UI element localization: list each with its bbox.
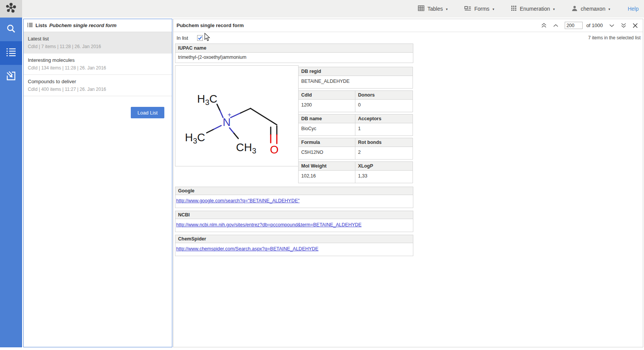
form-toolbar: In list 7 items in the selected list <box>173 32 643 44</box>
google-search-link[interactable]: http://www.google.com/search?q="BETAINE_… <box>176 198 300 203</box>
form-panel-header: Pubchem single record form of 1000 <box>173 19 643 32</box>
close-icon[interactable] <box>633 23 638 28</box>
forms-icon <box>464 6 471 12</box>
molecule-structure: H C H C C H 3 3 3 N + O <box>175 65 299 166</box>
field-label: Formula <box>299 138 355 147</box>
field-label: CdId <box>299 91 355 99</box>
sidebar-item-lists[interactable] <box>0 41 22 65</box>
tables-menu[interactable]: Tables ▾ <box>418 5 448 12</box>
caret-down-icon: ▾ <box>553 7 555 11</box>
field-iupac-name: IUPAC name trimethyl-(2-oxoethyl)ammoniu… <box>175 44 413 63</box>
tables-menu-label: Tables <box>427 6 443 12</box>
table-icon <box>418 5 424 12</box>
field-label: Mol Weight <box>299 162 355 170</box>
link-group-ncbi: NCBI http://www.ncbi.nlm.nih.gov/sites/e… <box>175 211 413 232</box>
list-item-name: Interesting molecules <box>28 57 169 63</box>
top-navigation: Tables ▾ Forms ▾ <box>418 5 644 13</box>
atom-subscript: 3 <box>252 147 256 155</box>
icon-sidebar <box>0 18 22 347</box>
link-group-google: Google http://www.google.com/search?q="B… <box>175 187 413 208</box>
list-icon <box>27 22 33 29</box>
field-value: C5H12NO <box>299 147 355 159</box>
sidebar-item-search[interactable] <box>0 18 22 41</box>
form-panel: Pubchem single record form of 1000 <box>173 19 643 347</box>
list-item[interactable]: Compounds to deliver CdId | 400 items | … <box>24 75 172 96</box>
user-menu[interactable]: chemaxon ▾ <box>572 5 610 13</box>
field-label: Donors <box>355 91 413 99</box>
user-icon <box>572 5 578 13</box>
lists-panel: Lists Pubchem single record form Latest … <box>23 19 172 347</box>
step-down-button[interactable] <box>609 24 615 27</box>
molecule-logo-icon <box>5 2 17 16</box>
list-item-meta: CdId | 400 items | 11:27 | 26. Jan 2016 <box>28 87 169 92</box>
link-group-label: Google <box>175 187 413 195</box>
atom-subscript: 3 <box>193 137 197 145</box>
ncbi-search-link[interactable]: http://www.ncbi.nlm.nih.gov/sites/entrez… <box>176 222 361 227</box>
caret-down-icon: ▾ <box>493 7 495 11</box>
atom-c: C <box>209 93 217 105</box>
user-menu-label: chemaxon <box>581 6 605 12</box>
search-icon <box>6 24 16 35</box>
chemspider-search-link[interactable]: http://www.chemspider.com/Search.aspx?q=… <box>176 246 318 252</box>
enumeration-menu-label: Enumeration <box>520 6 550 12</box>
field-formula-rotbonds: Formula Rot bonds C5H12NO 2 <box>298 138 413 160</box>
load-list-button[interactable]: Load List <box>131 107 164 118</box>
atom-oxygen: O <box>270 144 279 156</box>
field-label: Rot bonds <box>355 138 413 147</box>
field-value: 2 <box>355 147 413 159</box>
property-table: DB regid BETAINE_ALDEHYDE CdId Donors 12… <box>298 67 413 185</box>
atom-h: H <box>197 93 205 105</box>
caret-down-icon: ▾ <box>609 7 610 11</box>
atom-c: C <box>197 131 205 144</box>
top-bar: Tables ▾ Forms ▾ <box>0 0 644 18</box>
field-db-regid: DB regid BETAINE_ALDEHYDE <box>298 67 413 89</box>
caret-down-icon: ▾ <box>446 7 448 11</box>
list-item-name: Compounds to deliver <box>28 79 169 84</box>
form-panel-title: Pubchem single record form <box>177 23 244 28</box>
field-value: 1200 <box>299 100 355 112</box>
list-item[interactable]: Interesting molecules CdId | 134 items |… <box>24 53 172 75</box>
atom-h: H <box>185 131 193 144</box>
forms-menu-label: Forms <box>474 6 490 12</box>
field-value: 102,16 <box>299 171 355 183</box>
atom-c: C <box>236 141 244 153</box>
external-links: Google http://www.google.com/search?q="B… <box>175 187 413 256</box>
form-content: IUPAC name trimethyl-(2-oxoethyl)ammoniu… <box>175 44 413 256</box>
chemaxon-logo[interactable] <box>0 0 22 18</box>
structure-section: H C H C C H 3 3 3 N + O <box>175 65 413 185</box>
list-icon <box>6 48 16 58</box>
sidebar-item-export[interactable] <box>0 65 22 89</box>
export-icon <box>6 71 16 82</box>
field-value: BETAINE_ALDEHYDE <box>299 76 413 88</box>
lists-panel-header: Lists Pubchem single record form <box>24 19 172 32</box>
field-label: DB regid <box>299 67 413 76</box>
help-link[interactable]: Help <box>628 6 639 12</box>
field-value: 0 <box>355 100 413 112</box>
field-label: Acceptors <box>355 115 413 123</box>
field-value: 1,33 <box>355 171 413 183</box>
field-label: IUPAC name <box>175 44 413 53</box>
molecule-drawing: H C H C C H 3 3 3 N + O <box>175 66 299 166</box>
list-item-meta: CdId | 7 items | 11:28 | 26. Jan 2016 <box>28 44 169 49</box>
field-molweight-xlogp: Mol Weight XLogP 102,16 1,33 <box>298 161 413 183</box>
field-value: BioCyc <box>299 123 355 135</box>
record-number-input[interactable] <box>565 22 583 29</box>
in-list-checkbox[interactable] <box>197 35 203 41</box>
forms-menu[interactable]: Forms ▾ <box>464 6 494 12</box>
atom-subscript: 3 <box>205 98 209 106</box>
lists-panel-form-name: Pubchem single record form <box>49 23 116 28</box>
jump-up-button[interactable] <box>541 23 547 28</box>
enumeration-menu[interactable]: Enumeration ▾ <box>511 5 555 12</box>
jump-down-button[interactable] <box>621 23 626 28</box>
in-list-label: In list <box>177 35 188 41</box>
record-pager: of 1000 <box>541 22 638 29</box>
grid-dots-icon <box>511 5 517 12</box>
field-value: trimethyl-(2-oxoethyl)ammonium <box>175 53 413 63</box>
list-item[interactable]: Latest list CdId | 7 items | 11:28 | 26.… <box>24 32 172 53</box>
selection-info: 7 items in the selected list <box>588 35 643 40</box>
step-up-button[interactable] <box>553 24 559 27</box>
field-cdid-donors: CdId Donors 1200 0 <box>298 90 413 112</box>
link-group-label: ChemSpider <box>175 235 413 243</box>
lists-panel-title: Lists <box>35 23 47 28</box>
field-label: DB name <box>299 115 355 123</box>
